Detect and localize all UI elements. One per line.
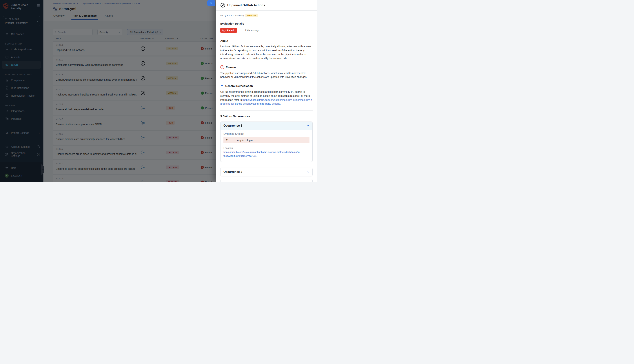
rule-id-row: ID: ( 2.1.1 ) Severity MEDIUM — [220, 14, 312, 17]
evidence-snippet-label: Evidence Snippet — [223, 132, 309, 135]
location-label: Location — [223, 147, 309, 150]
occurrence-1-body: Evidence Snippet 11 requires login Locat… — [220, 130, 312, 162]
severity-badge: MEDIUM — [245, 14, 258, 17]
occurrence-1-header[interactable]: Occurrence 1 — [220, 122, 312, 130]
drawer-header: Unpinned GitHub Actions — [216, 0, 317, 11]
evaluation-time: 23 hours ago — [245, 29, 259, 32]
occurrence-3-card: Occurrence 3 — [220, 179, 312, 182]
failed-status-pill: ✕ Failed — [220, 28, 237, 33]
remediation-heading: General Remediation — [225, 84, 253, 88]
x-circle-icon: ✕ — [222, 29, 225, 32]
snippet-text: requires login — [234, 137, 253, 143]
about-heading: About — [220, 39, 312, 42]
rule-id-value: ( 2.1.1 ) — [225, 14, 233, 17]
rule-details-drawer: Unpinned GitHub Actions ID: ( 2.1.1 ) Se… — [216, 0, 317, 182]
reason-text: The pipeline uses unpinned GitHub Action… — [220, 71, 313, 79]
occurrence-1-card: Occurrence 1 Evidence Snippet 11 require… — [220, 122, 312, 162]
reason-heading: Reason — [226, 66, 236, 69]
occurrence-3-header[interactable]: Occurrence 3 — [220, 179, 312, 182]
location-link[interactable]: https://github.com/tejakummarikuntla/gh-… — [223, 150, 300, 158]
divider — [220, 110, 312, 110]
evaluation-details-heading: Evaluation Details — [220, 22, 312, 25]
occurrence-2-card: Occurrence 2 — [220, 168, 312, 176]
alert-circle-icon: ! — [220, 65, 224, 69]
evidence-snippet-row: 11 requires login — [223, 137, 309, 143]
overlay-scrim — [0, 0, 216, 182]
remediation-text: GitHub recommends pinning actions to a f… — [220, 90, 313, 106]
close-drawer-button[interactable]: ✕ — [207, 0, 215, 6]
occurrences-heading: 3 Failure Occurrences — [220, 114, 312, 118]
occurrence-2-header[interactable]: Occurrence 2 — [220, 168, 312, 176]
chevron-up-icon — [307, 125, 309, 126]
drawer-title: Unpinned GitHub Actions — [227, 4, 265, 7]
about-text: Unpinned GitHub Actions are mutable, pot… — [220, 44, 313, 60]
lightbulb-icon — [220, 84, 224, 88]
line-number: 11 — [223, 137, 234, 143]
owasp-icon — [220, 3, 225, 8]
chevron-down-icon — [307, 171, 309, 173]
close-icon: ✕ — [210, 2, 213, 5]
